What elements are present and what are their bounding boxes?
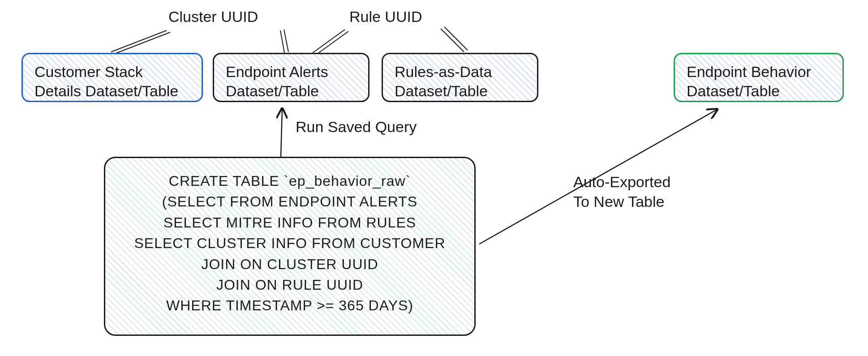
rules-as-data-box: Rules-as-Data Dataset/Table — [382, 53, 538, 102]
cluster-uuid-label: Cluster UUID — [168, 8, 258, 26]
sql-line-3: SELECT MITRE INFO FROM RULES — [123, 212, 456, 233]
sql-line-2: (SELECT FROM ENDPOINT ALERTS — [123, 191, 456, 212]
sql-line-6: JOIN ON RULE UUID — [123, 275, 456, 295]
sql-query-box: CREATE TABLE `ep_behavior_raw` (SELECT F… — [104, 157, 476, 336]
auto-exported-label: Auto-Exported To New Table — [573, 172, 670, 211]
sql-line-5: JOIN ON CLUSTER UUID — [123, 254, 456, 275]
diagram-canvas: Cluster UUID Rule UUID Customer Stack De… — [0, 0, 868, 356]
endpoint-behavior-box: Endpoint Behavior Dataset/Table — [674, 53, 844, 102]
endpoint-alerts-box: Endpoint Alerts Dataset/Table — [213, 53, 370, 102]
customer-stack-text: Customer Stack Details Dataset/Table — [34, 62, 190, 100]
rules-as-data-text: Rules-as-Data Dataset/Table — [395, 62, 525, 100]
sql-line-4: SELECT CLUSTER INFO FROM CUSTOMER — [123, 233, 456, 253]
sql-line-1: CREATE TABLE `ep_behavior_raw` — [123, 171, 456, 191]
rule-uuid-label: Rule UUID — [349, 8, 422, 26]
endpoint-alerts-text: Endpoint Alerts Dataset/Table — [226, 62, 357, 100]
sql-line-7: WHERE TIMESTAMP >= 365 DAYS) — [123, 295, 456, 316]
run-saved-query-label: Run Saved Query — [296, 118, 417, 136]
customer-stack-box: Customer Stack Details Dataset/Table — [21, 53, 203, 102]
endpoint-behavior-text: Endpoint Behavior Dataset/Table — [687, 62, 831, 100]
